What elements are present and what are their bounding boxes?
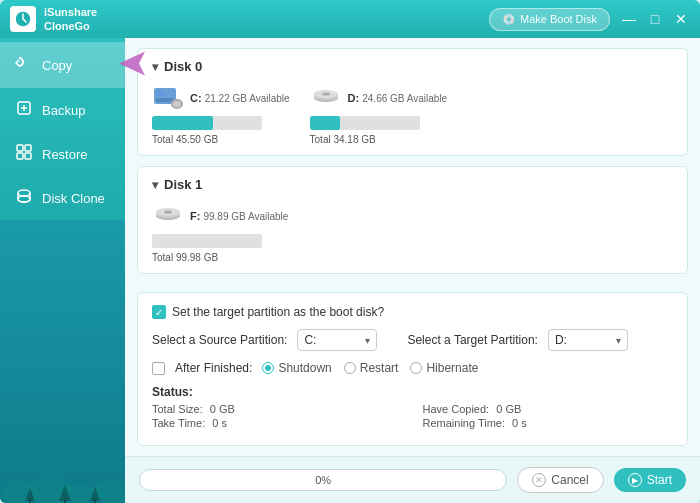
finish-options-group: Shutdown Restart Hibernate xyxy=(262,361,478,375)
drive-d-icon xyxy=(310,84,342,112)
status-remaining-time-key: Remaining Time: 0 s xyxy=(423,417,674,429)
svg-rect-6 xyxy=(17,153,23,159)
restore-icon xyxy=(14,144,34,164)
source-partition-label: Select a Source Partition: xyxy=(152,333,287,347)
drive-c-letter: C: xyxy=(190,92,202,104)
app-window: iSunshare CloneGo 💿 Make Boot Disk — □ ✕ xyxy=(0,0,700,503)
maximize-button[interactable]: □ xyxy=(646,11,664,27)
svg-point-28 xyxy=(322,93,330,96)
sidebar-restore-label: Restore xyxy=(42,147,88,162)
target-partition-label: Select a Target Partition: xyxy=(407,333,538,347)
drive-f-icon xyxy=(152,202,184,230)
boot-option-row: ✓ Set the target partition as the boot d… xyxy=(152,305,673,319)
after-finished-label: After Finished: xyxy=(175,361,252,375)
drive-f-header: F: 99.89 GB Available xyxy=(152,202,288,230)
radio-hibernate[interactable]: Hibernate xyxy=(410,361,478,375)
radio-shutdown[interactable]: Shutdown xyxy=(262,361,331,375)
options-panel: ✓ Set the target partition as the boot d… xyxy=(137,292,688,446)
svg-rect-18 xyxy=(64,498,66,503)
titlebar: iSunshare CloneGo 💿 Make Boot Disk — □ ✕ xyxy=(0,0,700,38)
arrow-decoration xyxy=(117,46,153,85)
after-finish-row: After Finished: Shutdown Restart Hibe xyxy=(152,361,673,375)
source-dropdown-arrow-icon: ▾ xyxy=(365,335,370,346)
disk-panels: ▾ Disk 0 xyxy=(125,38,700,292)
drive-d-header: D: 24.66 GB Available xyxy=(310,84,448,112)
disk-icon: 💿 xyxy=(502,13,516,26)
target-partition-dropdown[interactable]: D: ▾ xyxy=(548,329,628,351)
drive-f-available: 99.89 GB Available xyxy=(203,211,288,222)
restart-label: Restart xyxy=(360,361,399,375)
window-controls: — □ ✕ xyxy=(620,11,690,27)
shutdown-label: Shutdown xyxy=(278,361,331,375)
app-title: iSunshare CloneGo xyxy=(44,5,97,34)
drive-f-total: Total 99.98 GB xyxy=(152,252,218,263)
disk1-label: Disk 1 xyxy=(164,177,202,192)
disk1-section: ▾ Disk 1 xyxy=(137,166,688,274)
status-take-time-key: Take Time: 0 s xyxy=(152,417,403,429)
sidebar-copy-label: Copy xyxy=(42,58,72,73)
drive-c-total: Total 45.50 GB xyxy=(152,134,218,145)
disk1-chevron-icon: ▾ xyxy=(152,178,158,192)
drive-c-header: C: 21.22 GB Available xyxy=(152,84,290,112)
status-title: Status: xyxy=(152,385,673,399)
drive-f: F: 99.89 GB Available Total 99.98 GB xyxy=(152,202,288,263)
close-button[interactable]: ✕ xyxy=(672,11,690,27)
cancel-icon: ✕ xyxy=(532,473,546,487)
drive-d-available: 24.66 GB Available xyxy=(362,93,447,104)
make-boot-disk-button[interactable]: 💿 Make Boot Disk xyxy=(489,8,610,31)
drive-c-bar-container xyxy=(152,116,262,130)
svg-point-24 xyxy=(173,101,181,107)
radio-restart-dot xyxy=(344,362,356,374)
svg-rect-22 xyxy=(156,98,174,102)
drive-d-total: Total 34.18 GB xyxy=(310,134,376,145)
copy-icon xyxy=(14,54,34,76)
radio-restart[interactable]: Restart xyxy=(344,361,399,375)
svg-rect-17 xyxy=(29,498,31,503)
drive-c-icon xyxy=(152,84,184,112)
cancel-button[interactable]: ✕ Cancel xyxy=(517,467,603,493)
drive-c: C: 21.22 GB Available Total 45.50 GB xyxy=(152,84,290,145)
minimize-button[interactable]: — xyxy=(620,11,638,27)
disk0-header: ▾ Disk 0 xyxy=(152,59,673,74)
progress-area: 0% ✕ Cancel ▶ Start xyxy=(125,456,700,503)
start-icon: ▶ xyxy=(628,473,642,487)
drive-d-letter: D: xyxy=(348,92,360,104)
sidebar-disk-clone-label: Disk Clone xyxy=(42,191,105,206)
boot-disk-checkbox[interactable]: ✓ xyxy=(152,305,166,319)
svg-rect-4 xyxy=(17,145,23,151)
source-partition-value: C: xyxy=(304,333,316,347)
boot-disk-label: Set the target partition as the boot dis… xyxy=(172,305,384,319)
target-partition-value: D: xyxy=(555,333,567,347)
hibernate-label: Hibernate xyxy=(426,361,478,375)
source-partition-dropdown[interactable]: C: ▾ xyxy=(297,329,377,351)
status-section: Status: Total Size: 0 GB Have Copied: 0 … xyxy=(152,385,673,429)
app-logo xyxy=(10,6,36,32)
status-total-size-key: Total Size: 0 GB xyxy=(152,403,403,415)
progress-bar-wrapper: 0% xyxy=(139,469,507,491)
drive-d-bar-container xyxy=(310,116,420,130)
disk-clone-icon xyxy=(14,188,34,208)
drive-c-bar xyxy=(152,116,213,130)
svg-rect-19 xyxy=(94,498,96,503)
radio-shutdown-dot xyxy=(262,362,274,374)
disk0-section: ▾ Disk 0 xyxy=(137,48,688,156)
partition-row: Select a Source Partition: C: ▾ Select a… xyxy=(152,329,673,351)
start-button[interactable]: ▶ Start xyxy=(614,468,686,492)
sidebar-item-copy[interactable]: Copy xyxy=(0,42,125,88)
sidebar-item-restore[interactable]: Restore xyxy=(0,132,125,176)
sidebar-item-backup[interactable]: Backup xyxy=(0,88,125,132)
sidebar-backup-label: Backup xyxy=(42,103,85,118)
sidebar: Copy Backup xyxy=(0,38,125,503)
drive-c-available: 21.22 GB Available xyxy=(205,93,290,104)
svg-point-32 xyxy=(164,211,172,214)
status-grid: Total Size: 0 GB Have Copied: 0 GB Take … xyxy=(152,403,673,429)
svg-rect-5 xyxy=(25,145,31,151)
progress-percent: 0% xyxy=(315,474,331,486)
backup-icon xyxy=(14,100,34,120)
sidebar-item-disk-clone[interactable]: Disk Clone xyxy=(0,176,125,220)
disk1-header: ▾ Disk 1 xyxy=(152,177,673,192)
after-finished-checkbox[interactable] xyxy=(152,362,165,375)
drive-d-bar xyxy=(310,116,341,130)
main-layout: Copy Backup xyxy=(0,38,700,503)
svg-rect-7 xyxy=(25,153,31,159)
